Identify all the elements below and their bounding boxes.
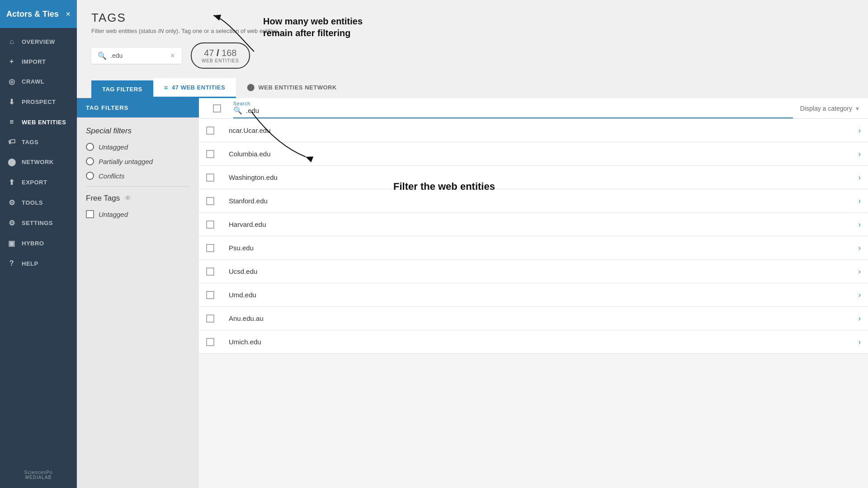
sidebar-item-prospect[interactable]: ⬇PROSPECT [0, 92, 77, 112]
entity-checkbox-5[interactable] [206, 221, 214, 229]
entity-checkbox-col [199, 314, 222, 323]
list-icon: ≡ [164, 84, 168, 91]
entity-list-item[interactable]: Umd.edu › [199, 283, 868, 307]
tab-tag-filters-label: TAG FILTERS [102, 86, 142, 93]
sidebar-close-button[interactable]: × [66, 10, 71, 18]
entity-checkbox-4[interactable] [206, 197, 214, 205]
filter-partially-untagged-radio[interactable] [86, 157, 94, 165]
sidebar-item-hybro[interactable]: ▣HYBRO [0, 233, 77, 253]
entity-search-input[interactable] [246, 107, 793, 114]
sidebar-item-tools[interactable]: ⚙TOOLS [0, 192, 77, 213]
entity-arrow-4[interactable]: › [859, 197, 868, 205]
entity-checkbox-7[interactable] [206, 267, 214, 276]
special-filters-title: Special filters [86, 127, 190, 136]
sidebar-item-export[interactable]: ⬆EXPORT [0, 172, 77, 192]
filter-conflicts[interactable]: Conflicts [86, 172, 190, 180]
sidebar: Actors & Ties × ⌂OVERVIEW+IMPORT◎CRAWL⬇P… [0, 0, 77, 488]
category-dropdown-label: Display a category [800, 105, 852, 112]
filter-untagged[interactable]: Untagged [86, 143, 190, 151]
entity-arrow-6[interactable]: › [859, 244, 868, 252]
entity-checkbox-col [199, 197, 222, 205]
entity-arrow-2[interactable]: › [859, 150, 868, 158]
entity-checkbox-9[interactable] [206, 314, 214, 323]
entity-list-item[interactable]: Psu.edu › [199, 236, 868, 260]
chevron-down-icon: ▾ [856, 105, 859, 112]
entity-list-item[interactable]: Harvard.edu › [199, 213, 868, 236]
sidebar-item-label-network: NETWORK [22, 159, 54, 165]
sidebar-item-web-entities[interactable]: ≡WEB ENTITIES [0, 112, 77, 132]
entity-list-item[interactable]: Columbia.edu › [199, 142, 868, 166]
entity-checkbox-6[interactable] [206, 244, 214, 252]
entity-label-10: Umich.edu [222, 338, 859, 346]
filter-divider [86, 186, 190, 187]
tabs-row: TAG FILTERS ≡ 47 WEB ENTITIES ⬤ WEB ENTI… [91, 78, 854, 98]
sidebar-item-network[interactable]: ⬤NETWORK [0, 152, 77, 172]
sidebar-item-import[interactable]: +IMPORT [0, 52, 77, 71]
entity-arrow-3[interactable]: › [859, 174, 868, 182]
sidebar-item-label-settings: SETTINGS [22, 220, 53, 226]
search-filter-clear-button[interactable]: ✕ [170, 52, 175, 59]
sidebar-item-label-export: EXPORT [22, 179, 47, 186]
search-filter-pill[interactable]: 🔍 .edu ✕ [91, 48, 182, 64]
entity-checkbox-col [199, 267, 222, 276]
entity-counter-badge[interactable]: 47 / 168 WEB ENTITIES [191, 42, 250, 69]
entity-search-bar: Search 🔍 [199, 98, 868, 119]
hybro-icon: ▣ [7, 239, 16, 248]
free-tags-title: Free Tags 👁 [86, 194, 190, 203]
search-icon: 🔍 [98, 52, 107, 60]
entity-list-item[interactable]: Umich.edu › [199, 330, 868, 354]
filter-untagged-checkbox[interactable] [86, 210, 94, 218]
search-label: Search [233, 98, 793, 106]
tab-web-entities[interactable]: ≡ 47 WEB ENTITIES [153, 78, 236, 98]
sidebar-item-help[interactable]: ?HELP [0, 253, 77, 273]
filter-conflicts-label: Conflicts [99, 172, 125, 180]
network-icon: ⬤ [247, 83, 255, 91]
sidebar-item-label-tools: TOOLS [22, 199, 43, 206]
entity-checkbox-3[interactable] [206, 174, 214, 182]
entity-arrow-5[interactable]: › [859, 221, 868, 229]
select-all-checkbox[interactable] [213, 104, 221, 113]
entity-checkbox-10[interactable] [206, 338, 214, 346]
entity-search-icon: 🔍 [233, 106, 242, 115]
tab-tag-filters[interactable]: TAG FILTERS [91, 80, 153, 98]
entity-list-checkbox-col [208, 99, 226, 118]
entity-arrow-7[interactable]: › [859, 267, 868, 276]
sidebar-item-crawl[interactable]: ◎CRAWL [0, 71, 77, 92]
entity-list-item[interactable]: Anu.edu.au › [199, 307, 868, 330]
tab-network[interactable]: ⬤ WEB ENTITIES NETWORK [236, 78, 348, 98]
eye-icon[interactable]: 👁 [124, 194, 132, 202]
filter-untagged-radio[interactable] [86, 143, 94, 151]
entity-label-4: Stanford.edu [222, 197, 859, 205]
entity-arrow-9[interactable]: › [859, 314, 868, 323]
category-dropdown[interactable]: Display a category ▾ [800, 101, 859, 116]
entity-list-item[interactable]: Stanford.edu › [199, 189, 868, 213]
content-area: TAG FILTERS Special filters Untagged Par… [77, 98, 868, 488]
entity-arrow-1[interactable]: › [859, 127, 868, 135]
entity-label-7: Ucsd.edu [222, 267, 859, 275]
entity-arrow-10[interactable]: › [859, 338, 868, 346]
filter-conflicts-radio[interactable] [86, 172, 94, 180]
entity-scroll-area[interactable]: ncar.Ucar.edu › Columbia.edu › Washingto… [199, 119, 868, 488]
sidebar-item-label-tags: TAGS [22, 139, 38, 145]
tags-icon: 🏷 [7, 138, 16, 146]
sidebar-item-label-help: HELP [22, 260, 38, 267]
sidebar-item-tags[interactable]: 🏷TAGS [0, 132, 77, 152]
sidebar-item-settings[interactable]: ⚙SETTINGS [0, 213, 77, 233]
entity-checkbox-col [199, 150, 222, 158]
entity-list-item[interactable]: Washington.edu › [199, 166, 868, 189]
entity-list-item[interactable]: Ucsd.edu › [199, 260, 868, 283]
sidebar-header: Actors & Ties × [0, 0, 77, 28]
entity-label-5: Harvard.edu [222, 221, 859, 228]
tools-icon: ⚙ [7, 198, 16, 207]
filter-partially-untagged[interactable]: Partially untagged [86, 157, 190, 165]
entity-checkbox-2[interactable] [206, 150, 214, 158]
filter-untagged-checkbox-item[interactable]: Untagged [86, 210, 190, 218]
tag-filters-header: TAG FILTERS [77, 98, 199, 117]
entity-checkbox-1[interactable] [206, 127, 214, 135]
entity-list-item[interactable]: ncar.Ucar.edu › [199, 119, 868, 142]
entity-checkbox-8[interactable] [206, 291, 214, 299]
special-filters-section: Special filters Untagged Partially untag… [77, 117, 199, 227]
entity-arrow-8[interactable]: › [859, 291, 868, 299]
sidebar-item-overview[interactable]: ⌂OVERVIEW [0, 32, 77, 52]
filter-partially-untagged-label: Partially untagged [99, 158, 153, 165]
